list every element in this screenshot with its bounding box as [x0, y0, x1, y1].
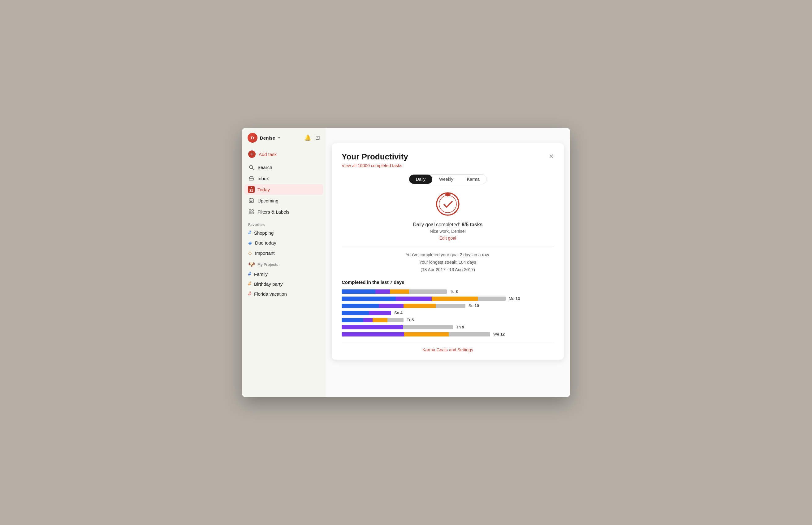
bar-seg-gray-fr: [387, 318, 403, 322]
nav-label-search: Search: [258, 165, 272, 170]
project-item-florida[interactable]: # Florida vacation: [244, 289, 323, 298]
close-icon[interactable]: ✕: [549, 153, 554, 160]
bar-seg-purple-mo: [396, 297, 432, 301]
bar-row-th: Th 9: [342, 325, 554, 329]
bar-track-tu: [342, 289, 447, 294]
upcoming-icon: [248, 197, 255, 204]
project-item-family[interactable]: # Family: [244, 269, 323, 279]
streak-section: You've completed your goal 2 days in a r…: [342, 251, 554, 273]
tab-daily[interactable]: Daily: [409, 175, 432, 184]
bar-row-mo: Mo 13: [342, 296, 554, 301]
nav-item-inbox[interactable]: Inbox: [244, 173, 323, 183]
bar-row-su: Su 10: [342, 303, 554, 308]
add-task-button[interactable]: + Add task: [244, 148, 323, 160]
divider: [342, 246, 554, 246]
nav-item-filters[interactable]: Filters & Labels: [244, 207, 323, 217]
streak-line1: You've completed your goal 2 days in a r…: [342, 251, 554, 259]
my-projects-header: 🐶 My Projects: [242, 257, 325, 269]
projects-list: # Family # Birthday party # Florida vaca…: [242, 269, 325, 298]
bar-seg-gray-mo: [478, 297, 506, 301]
streak-line3: (18 Apr 2017 - 13 Aug 2017): [342, 266, 554, 274]
chart-section: Completed in the last 7 days Tu 8: [342, 280, 554, 336]
medal-icon: [435, 192, 460, 216]
nav-label-today: Today: [258, 187, 270, 192]
nav-item-today[interactable]: 21 Today: [244, 184, 323, 195]
hash-icon-birthday: #: [248, 281, 251, 287]
svg-rect-7: [250, 201, 251, 202]
my-projects-icon: 🐶: [248, 261, 255, 268]
nav-label-filters: Filters & Labels: [258, 209, 289, 214]
favorite-label-shopping: Shopping: [254, 230, 274, 236]
my-projects-label: My Projects: [258, 262, 278, 267]
svg-point-14: [439, 195, 457, 213]
bar-label-th: Th 9: [456, 325, 475, 329]
header-icons: 🔔 ⊡: [304, 134, 320, 141]
project-label-florida: Florida vacation: [254, 291, 287, 297]
tab-karma[interactable]: Karma: [460, 175, 487, 184]
project-label-birthday: Birthday party: [254, 281, 283, 287]
project-item-birthday[interactable]: # Birthday party: [244, 279, 323, 288]
bar-track-th: [342, 325, 453, 329]
bar-seg-blue-mo: [342, 297, 396, 301]
bar-seg-gray-we: [449, 332, 490, 336]
filters-icon: [248, 209, 255, 215]
nav-item-search[interactable]: Search: [244, 162, 323, 172]
layout-icon[interactable]: ⊡: [315, 134, 320, 141]
bar-seg-orange-we: [404, 332, 449, 336]
add-task-icon: +: [248, 150, 256, 158]
chart-title: Completed in the last 7 days: [342, 280, 554, 285]
inbox-icon: [248, 175, 255, 181]
bar-seg-blue-su: [342, 304, 379, 308]
sidebar-nav: + Add task Search Inbox: [242, 146, 325, 220]
bar-seg-purple-fr: [363, 318, 372, 322]
favorite-item-important[interactable]: ◇ Important: [244, 248, 323, 257]
nav-item-upcoming[interactable]: Upcoming: [244, 195, 323, 206]
favorite-label-due-today: Due today: [255, 240, 276, 245]
productivity-modal: Your Productivity ✕ View all 10000 compl…: [332, 143, 564, 360]
add-task-label: Add task: [259, 152, 277, 157]
bar-track-fr: [342, 318, 403, 322]
main-content: Your Productivity ✕ View all 10000 compl…: [325, 128, 570, 397]
bar-label-sa: Sa 4: [394, 311, 413, 315]
bar-row-we: We 12: [342, 332, 554, 336]
search-icon: [248, 164, 255, 170]
nav-label-upcoming: Upcoming: [258, 198, 278, 204]
medal-icon-container: [342, 192, 554, 216]
sidebar-header: D Denise ▾ 🔔 ⊡: [242, 128, 325, 146]
tab-weekly[interactable]: Weekly: [432, 175, 460, 184]
svg-rect-9: [249, 210, 251, 211]
bar-seg-purple-th: [342, 325, 403, 329]
bar-track-su: [342, 304, 465, 308]
bar-seg-blue-sa: [342, 311, 369, 315]
edit-goal-link[interactable]: Edit goal: [342, 236, 554, 241]
bar-track-mo: [342, 297, 506, 301]
hash-icon-florida: #: [248, 291, 251, 297]
chevron-down-icon: ▾: [278, 136, 280, 140]
tab-bar: Daily Weekly Karma: [409, 174, 487, 184]
svg-rect-12: [252, 212, 254, 214]
svg-line-1: [252, 168, 254, 169]
bookmark-icon-important: ◇: [248, 250, 252, 256]
bar-row-fr: Fr 5: [342, 318, 554, 322]
sidebar: D Denise ▾ 🔔 ⊡ + Add task Search: [242, 128, 325, 397]
bar-row-tu: Tu 8: [342, 289, 554, 294]
favorite-item-due-today[interactable]: ◈ Due today: [244, 238, 323, 247]
project-label-family: Family: [254, 271, 268, 277]
bar-seg-gray-su: [436, 304, 465, 308]
favorite-item-shopping[interactable]: # Shopping: [244, 228, 323, 237]
today-icon: 21: [248, 186, 255, 193]
bar-seg-blue-fr: [342, 318, 363, 322]
karma-link[interactable]: Karma Goals and Settings: [342, 342, 554, 352]
hash-icon-family: #: [248, 271, 251, 277]
goal-text: Daily goal completed: 9/5 tasks: [342, 222, 554, 227]
bar-seg-purple-tu: [376, 289, 390, 294]
bar-label-mo: Mo 13: [509, 296, 527, 301]
favorites-list: # Shopping ◈ Due today ◇ Important: [242, 228, 325, 257]
goal-value: 9/5 tasks: [462, 222, 483, 227]
bar-seg-purple-we: [342, 332, 404, 336]
favorites-section-label: Favorites: [242, 220, 325, 228]
favorite-label-important: Important: [255, 251, 275, 256]
completed-link[interactable]: View all 10000 completed tasks: [342, 163, 402, 168]
user-menu[interactable]: D Denise ▾: [248, 133, 280, 143]
notification-icon[interactable]: 🔔: [304, 134, 311, 141]
